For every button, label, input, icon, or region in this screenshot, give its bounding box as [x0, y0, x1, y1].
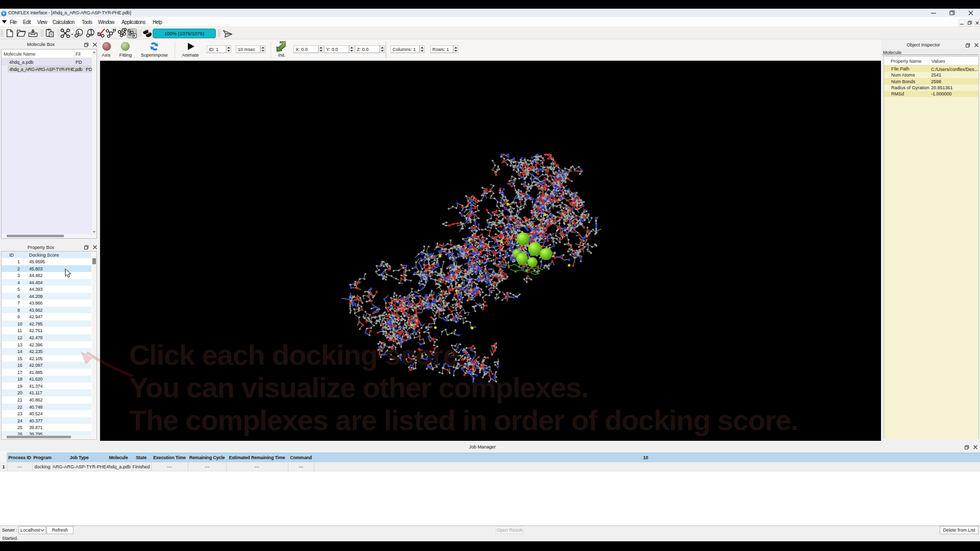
svg-text:H: H [113, 28, 116, 33]
